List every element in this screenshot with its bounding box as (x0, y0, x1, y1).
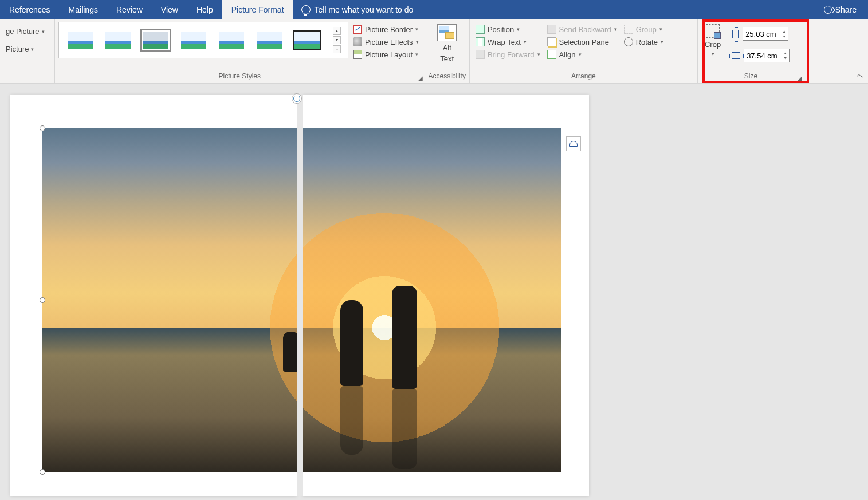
group-icon (624, 25, 633, 34)
crop-button[interactable]: Crop ▾ (701, 22, 724, 59)
picture-effects-button[interactable]: Picture Effects ▾ (351, 37, 421, 47)
tab-review[interactable]: Review (107, 0, 152, 19)
chevron-down-icon: ▾ (42, 29, 45, 34)
share-label: Share (835, 5, 857, 14)
height-up[interactable]: ▲ (780, 29, 788, 34)
wrap-text-icon (476, 37, 485, 46)
lightbulb-icon (301, 5, 311, 14)
change-picture-button[interactable]: ge Picture ▾ (3, 25, 47, 37)
gallery-up[interactable]: ▴ (333, 27, 341, 35)
position-button[interactable]: Position▾ (473, 24, 543, 34)
style-thumb-1[interactable] (66, 30, 95, 50)
layout-icon (353, 50, 362, 59)
border-icon (353, 25, 362, 34)
alt-text-button[interactable]: Alt Text (434, 22, 460, 65)
ribbon-tabs: References Mailings Review View Help Pic… (0, 0, 868, 19)
position-label: Position (488, 25, 514, 34)
gallery-down[interactable]: ▾ (333, 36, 341, 44)
tab-mailings[interactable]: Mailings (60, 0, 107, 19)
tab-picture-format[interactable]: Picture Format (222, 0, 293, 19)
share-button[interactable]: Share (824, 5, 868, 14)
width-input[interactable]: ▲▼ (744, 49, 790, 62)
alt-text-icon (437, 24, 457, 41)
chevron-down-icon: ▾ (712, 51, 714, 57)
gallery-scroll: ▴ ▾ ꞊ (333, 27, 341, 53)
height-input[interactable]: ▲▼ (743, 27, 788, 41)
picture-style-gallery[interactable]: ▴ ▾ ꞊ (58, 22, 348, 58)
style-thumb-4[interactable] (179, 30, 208, 50)
chevron-down-icon: ▾ (524, 39, 527, 45)
handle-w[interactable] (40, 297, 45, 303)
tell-me-search[interactable]: Tell me what you want to do (293, 5, 422, 14)
chevron-down-icon: ▾ (614, 26, 617, 32)
silhouette-person-1 (340, 300, 363, 386)
chevron-down-icon: ▾ (415, 26, 418, 32)
picture-border-button[interactable]: Picture Border ▾ (351, 24, 421, 34)
align-button[interactable]: Align▾ (545, 49, 619, 60)
picture-border-label: Picture Border (365, 25, 413, 34)
style-thumb-6[interactable] (255, 30, 284, 50)
height-row: ▲▼ (730, 26, 792, 41)
height-down[interactable]: ▼ (780, 34, 788, 39)
rotation-handle[interactable] (292, 93, 302, 104)
group-adjust: ge Picture ▾ Picture ▾ (0, 19, 55, 83)
chevron-down-icon: ▾ (579, 52, 582, 57)
group-arrange: Position▾ Wrap Text▾ Bring Forward▾ Send… (470, 19, 698, 83)
style-thumb-7[interactable] (293, 30, 321, 50)
picture-style-options: Picture Border ▾ Picture Effects ▾ Pictu… (351, 22, 421, 60)
chevron-down-icon: ▾ (659, 26, 662, 32)
crop-label: Crop (705, 40, 721, 49)
wrap-text-button[interactable]: Wrap Text▾ (473, 37, 543, 47)
width-field[interactable] (744, 49, 781, 62)
handle-sw[interactable] (40, 469, 45, 475)
silhouette-person-2 (392, 286, 417, 389)
style-thumb-5[interactable] (217, 30, 246, 50)
send-backward-button: Send Backward▾ (545, 24, 619, 34)
page-gap (297, 95, 303, 496)
wrap-text-label: Wrap Text (488, 38, 521, 46)
chevron-down-icon: ▾ (415, 52, 418, 57)
chevron-down-icon: ▾ (661, 39, 663, 45)
chevron-down-icon: ▾ (416, 39, 419, 45)
width-down[interactable]: ▼ (781, 56, 789, 61)
group-size: Crop ▾ ▲▼ ▲▼ (698, 19, 804, 83)
height-field[interactable] (743, 27, 780, 40)
selection-pane-label: Selection Pane (559, 38, 609, 46)
ribbon: ge Picture ▾ Picture ▾ ▴ ▾ (0, 19, 868, 84)
align-label: Align (559, 50, 576, 59)
rotate-label: Rotate (636, 38, 658, 46)
bring-forward-label: Bring Forward (488, 50, 535, 59)
document-area[interactable] (0, 84, 868, 500)
chevron-down-icon: ▾ (517, 26, 520, 32)
tab-references[interactable]: References (0, 0, 60, 19)
bring-forward-button: Bring Forward▾ (473, 49, 543, 60)
tab-help[interactable]: Help (187, 0, 222, 19)
tab-view[interactable]: View (152, 0, 187, 19)
group-label-accessibility: Accessibility (429, 72, 466, 82)
height-icon (732, 30, 739, 38)
gallery-more[interactable]: ꞊ (333, 45, 341, 53)
picture-layout-label: Picture Layout (365, 50, 413, 59)
rotate-button[interactable]: Rotate▾ (622, 37, 666, 47)
picture-layout-button[interactable]: Picture Layout ▾ (351, 49, 421, 60)
selection-pane-button[interactable]: Selection Pane (545, 37, 619, 47)
handle-nw[interactable] (40, 125, 45, 131)
style-thumb-3[interactable] (142, 30, 170, 50)
layout-options-button[interactable] (566, 136, 581, 151)
collapse-ribbon[interactable]: へ (857, 71, 863, 81)
group-label-picture-styles: Picture Styles (58, 72, 421, 82)
width-icon (732, 52, 740, 59)
reflection-2 (392, 389, 417, 469)
rotate-icon (624, 37, 633, 46)
width-up[interactable]: ▲ (781, 50, 789, 56)
reset-picture-button[interactable]: Picture ▾ (3, 43, 36, 55)
layout-options-icon (569, 141, 578, 147)
style-thumb-2[interactable] (104, 30, 132, 50)
tell-me-text: Tell me what you want to do (315, 5, 414, 14)
send-backward-label: Send Backward (559, 25, 611, 34)
size-launcher[interactable]: ◢ (798, 76, 802, 81)
share-icon (824, 6, 832, 14)
align-icon (547, 50, 556, 59)
group-picture-styles: ▴ ▾ ꞊ Picture Border ▾ Picture Effects ▾ (55, 19, 425, 83)
picture-styles-launcher[interactable]: ◢ (418, 76, 423, 81)
